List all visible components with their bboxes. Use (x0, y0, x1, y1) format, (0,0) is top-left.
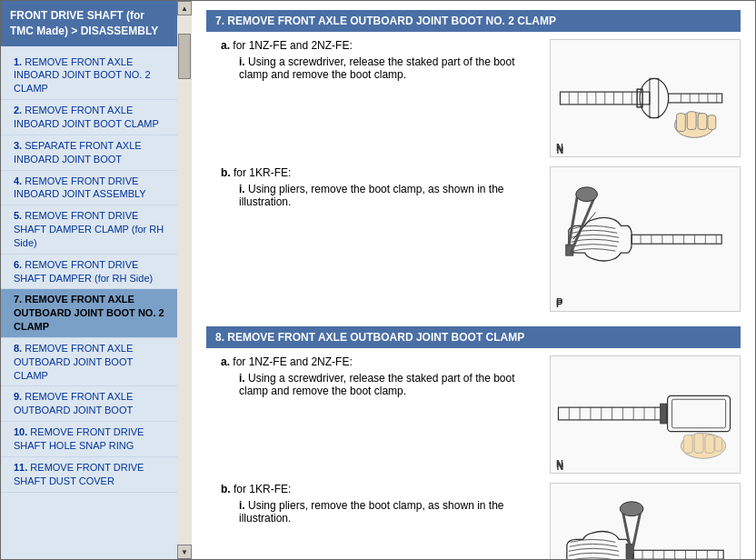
item-label-7: REMOVE FRONT AXLE OUTBOARD JOINT BOOT NO… (14, 294, 164, 332)
sidebar-content[interactable]: 1. REMOVE FRONT AXLE INBOARD JOINT BOOT … (1, 46, 177, 559)
section8-step-b: b. for 1KR-FE: i. Using pliers, remove t… (206, 483, 741, 559)
section7-b-condition: for 1KR-FE: (234, 166, 291, 179)
section7-step-b-text: b. for 1KR-FE: i. Using pliers, remove t… (206, 166, 550, 212)
section7-a-label: a. for 1NZ-FE and 2NZ-FE: (221, 39, 541, 52)
svg-rect-48 (661, 404, 667, 424)
sidebar-item-11[interactable]: 11. REMOVE FRONT DRIVE SHAFT DUST COVER (1, 457, 177, 493)
item-num-1: 1. (14, 56, 22, 67)
section8-b-label: b. for 1KR-FE: (221, 483, 541, 495)
section-8-header: 8. REMOVE FRONT AXLE OUTBOARD JOINT BOOT… (206, 326, 741, 348)
item-label-4: REMOVE FRONT DRIVE INBOARD JOINT ASSEMBL… (14, 175, 146, 200)
section8-b-i-text: Using pliers, remove the boot clamp, as … (239, 499, 504, 525)
section7-illus-a: N N (550, 39, 741, 157)
fig-n2-label: N (556, 458, 563, 469)
sidebar-scroll-up[interactable]: ▲ (177, 1, 192, 15)
section8-a-label: a. for 1NZ-FE and 2NZ-FE: (221, 355, 541, 368)
svg-rect-58 (633, 550, 723, 559)
item-label-10: REMOVE FRONT DRIVE SHAFT HOLE SNAP RING (14, 426, 144, 451)
section8-step-b-text: b. for 1KR-FE: i. Using pliers, remove t… (206, 483, 550, 528)
section8-step-a-text: a. for 1NZ-FE and 2NZ-FE: i. Using a scr… (206, 355, 550, 401)
svg-line-68 (632, 510, 641, 554)
sidebar-item-2[interactable]: 2. REMOVE FRONT AXLE INBOARD JOINT BOOT … (1, 100, 177, 135)
sidebar-item-1[interactable]: 1. REMOVE FRONT AXLE INBOARD JOINT BOOT … (1, 52, 177, 101)
item-label-6: REMOVE FRONT DRIVE SHAFT DAMPER (for RH … (14, 259, 153, 284)
item-num-6: 6. (14, 259, 22, 270)
section7-i-text: Using a screwdriver, release the staked … (239, 55, 515, 81)
item-label-2: REMOVE FRONT AXLE INBOARD JOINT BOOT CLA… (14, 105, 159, 129)
fig-n-label: N (556, 142, 563, 153)
svg-point-9 (640, 78, 669, 117)
item-num-3: 3. (14, 140, 22, 151)
sidebar-item-6[interactable]: 6. REMOVE FRONT DRIVE SHAFT DAMPER (for … (1, 255, 177, 290)
sidebar-item-5[interactable]: 5. REMOVE FRONT DRIVE SHAFT DAMPER CLAMP… (1, 205, 177, 255)
sidebar-scrollbar: ▲ ▼ (177, 1, 192, 559)
section7-i-label: i. Using a screwdriver, release the stak… (239, 55, 541, 81)
svg-rect-53 (694, 434, 703, 454)
sidebar-header: FRONT DRIVE SHAFT (for TMC Made) > DISAS… (1, 1, 177, 46)
item-label-8: REMOVE FRONT AXLE OUTBOARD JOINT BOOT CL… (14, 343, 133, 381)
item-label-9: REMOVE FRONT AXLE OUTBOARD JOINT BOOT (14, 391, 133, 415)
sidebar-item-7[interactable]: 7. REMOVE FRONT AXLE OUTBOARD JOINT BOOT… (1, 289, 177, 338)
section-7-header: 7. REMOVE FRONT AXLE OUTBOARD JOINT BOOT… (206, 10, 741, 32)
svg-rect-10 (650, 78, 659, 117)
item-num-7: 7. (14, 294, 22, 305)
sidebar-main: FRONT DRIVE SHAFT (for TMC Made) > DISAS… (1, 1, 177, 559)
section8-illus-a: N N (550, 355, 741, 474)
svg-rect-21 (698, 114, 707, 130)
svg-rect-11 (669, 94, 722, 103)
svg-rect-22 (708, 115, 716, 130)
sidebar-item-9[interactable]: 9. REMOVE FRONT AXLE OUTBOARD JOINT BOOT (1, 386, 177, 422)
section7-b-i-label: i. Using pliers, remove the boot clamp, … (239, 183, 541, 208)
svg-rect-49 (668, 395, 731, 431)
item-num-11: 11. (14, 462, 27, 473)
section8-step-a: a. for 1NZ-FE and 2NZ-FE: i. Using a scr… (206, 355, 741, 474)
section7-illus-b: P P (550, 166, 741, 312)
item-label-5: REMOVE FRONT DRIVE SHAFT DAMPER CLAMP (f… (14, 210, 164, 248)
section8-i-label: i. Using a screwdriver, release the stak… (239, 372, 541, 397)
svg-rect-52 (683, 435, 692, 454)
sidebar-scroll-track (177, 15, 192, 545)
section8-a-condition: for 1NZ-FE and 2NZ-FE: (233, 355, 352, 368)
item-num-2: 2. (14, 105, 22, 115)
item-num-10: 10. (14, 426, 27, 437)
item-num-8: 8. (14, 343, 22, 354)
section7-b-i-text: Using pliers, remove the boot clamp, as … (239, 183, 504, 208)
main-layout: FRONT DRIVE SHAFT (for TMC Made) > DISAS… (1, 1, 755, 559)
sidebar-item-10[interactable]: 10. REMOVE FRONT DRIVE SHAFT HOLE SNAP R… (1, 422, 177, 457)
section7-b-label: b. for 1KR-FE: (221, 166, 541, 179)
section8-b-condition: for 1KR-FE: (234, 483, 291, 495)
sidebar-item-4[interactable]: 4. REMOVE FRONT DRIVE INBOARD JOINT ASSE… (1, 171, 177, 206)
sidebar-scroll-down[interactable]: ▼ (177, 545, 192, 559)
item-num-4: 4. (14, 175, 22, 186)
item-label-3: SEPARATE FRONT AXLE INBOARD JOINT BOOT (14, 140, 142, 165)
fig-p-label: P (556, 296, 562, 307)
section-8: 8. REMOVE FRONT AXLE OUTBOARD JOINT BOOT… (206, 326, 741, 559)
section-7: 7. REMOVE FRONT AXLE OUTBOARD JOINT BOOT… (206, 10, 741, 312)
sidebar-item-3[interactable]: 3. SEPARATE FRONT AXLE INBOARD JOINT BOO… (1, 135, 177, 171)
content-area[interactable]: 7. REMOVE FRONT AXLE OUTBOARD JOINT BOOT… (192, 1, 755, 559)
section7-step-b: b. for 1KR-FE: i. Using pliers, remove t… (206, 166, 741, 312)
section8-illus-b (550, 483, 741, 559)
item-num-9: 9. (14, 391, 22, 402)
svg-rect-25 (632, 235, 721, 244)
sidebar-item-8[interactable]: 8. REMOVE FRONT AXLE OUTBOARD JOINT BOOT… (1, 338, 177, 387)
item-label-1: REMOVE FRONT AXLE INBOARD JOINT BOOT NO.… (14, 56, 151, 95)
sidebar: FRONT DRIVE SHAFT (for TMC Made) > DISAS… (1, 1, 192, 559)
svg-point-36 (576, 187, 598, 202)
svg-point-69 (620, 502, 643, 516)
content-inner: 7. REMOVE FRONT AXLE OUTBOARD JOINT BOOT… (192, 1, 755, 559)
svg-rect-20 (687, 112, 696, 130)
section7-step-a: a. for 1NZ-FE and 2NZ-FE: i. Using a scr… (206, 39, 741, 157)
sidebar-scroll-thumb[interactable] (178, 34, 191, 79)
svg-rect-19 (676, 114, 685, 132)
section8-i-text: Using a screwdriver, release the staked … (239, 372, 515, 397)
app-window: FRONT DRIVE SHAFT (for TMC Made) > DISAS… (0, 0, 756, 560)
section8-b-i-label: i. Using pliers, remove the boot clamp, … (239, 499, 541, 525)
section7-a-condition: for 1NZ-FE and 2NZ-FE: (233, 39, 352, 52)
item-num-5: 5. (14, 210, 22, 221)
item-label-11: REMOVE FRONT DRIVE SHAFT DUST COVER (14, 462, 144, 486)
svg-rect-50 (672, 399, 726, 428)
svg-rect-55 (715, 437, 722, 452)
svg-rect-54 (705, 435, 714, 454)
section7-step-a-text: a. for 1NZ-FE and 2NZ-FE: i. Using a scr… (206, 39, 550, 85)
